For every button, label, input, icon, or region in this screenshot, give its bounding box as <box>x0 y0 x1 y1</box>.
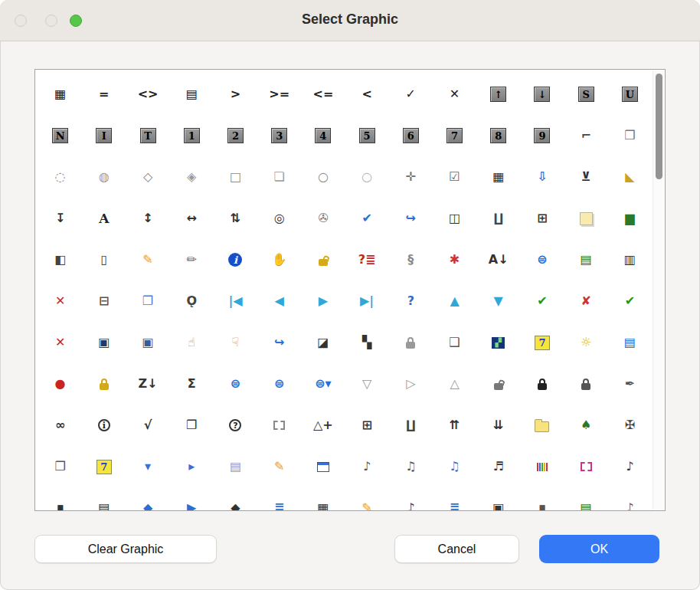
split-window-icon[interactable]: ◫ <box>433 198 476 239</box>
selection-box-icon[interactable] <box>257 405 301 446</box>
copy-pages-icon[interactable]: ❐ <box>126 280 169 322</box>
shaded-circle-icon[interactable]: ◍ <box>82 156 126 198</box>
database-icon[interactable]: ⊜ <box>520 239 564 280</box>
digit-4-button-icon[interactable]: 4 <box>301 115 345 156</box>
corner-bottom-right-icon[interactable]: ❒ <box>608 115 652 156</box>
padlock-dark-icon[interactable] <box>564 363 608 405</box>
vertical-arrows-icon[interactable]: ↕ <box>126 198 169 239</box>
document-lines-icon[interactable]: ▤ <box>170 74 214 115</box>
down-arrow-button-icon[interactable]: ↓ <box>520 74 564 115</box>
download-arrow-icon[interactable]: ⇩ <box>520 156 564 198</box>
info-icon[interactable]: i <box>214 239 257 280</box>
record-dot-icon[interactable]: ● <box>38 363 82 405</box>
notepad-green-icon[interactable]: ▤ <box>564 239 608 280</box>
apply-check-icon[interactable]: ✔ <box>520 280 564 322</box>
scrollbar-thumb[interactable] <box>656 74 662 179</box>
folder-icon[interactable] <box>520 405 564 446</box>
door-exit-icon[interactable]: ◧ <box>38 239 82 280</box>
digit-6-button-icon[interactable]: 6 <box>389 115 433 156</box>
pine-tree-icon[interactable]: ♠ <box>564 405 608 446</box>
i-button-icon[interactable]: I <box>82 115 126 156</box>
grid-table-icon[interactable]: ▦ <box>476 156 520 198</box>
partial-14-icon[interactable]: ♪ <box>608 487 652 510</box>
pen-nib-icon[interactable]: ✒ <box>608 363 652 405</box>
window-pair-icon[interactable]: ❐ <box>38 446 82 487</box>
pen-down-icon[interactable]: ↧ <box>38 198 82 239</box>
database-1-icon[interactable]: ⊜ <box>214 363 257 405</box>
music-edit-icon[interactable]: ♪ <box>345 446 389 487</box>
database-2-icon[interactable]: ⊜ <box>257 363 301 405</box>
less-or-equal-icon[interactable]: <= <box>301 74 345 115</box>
add-box-icon[interactable]: ⊞ <box>520 198 564 239</box>
sticky-note-icon[interactable] <box>564 198 608 239</box>
s-button-icon[interactable]: S <box>564 74 608 115</box>
equals-icon[interactable]: = <box>82 74 126 115</box>
database-dropdown-icon[interactable]: ⊜▾ <box>301 363 345 405</box>
circle-outline-icon[interactable]: ○ <box>301 156 345 198</box>
sort-az-icon[interactable]: A↓ <box>476 239 520 280</box>
partial-8-icon[interactable]: ✎ <box>345 487 389 510</box>
target-icon[interactable]: ◎ <box>257 198 301 239</box>
diamond-filled-icon[interactable]: ◈ <box>170 156 214 198</box>
pencil-icon[interactable]: ✎ <box>126 239 169 280</box>
underline-y-icon[interactable]: ⊻ <box>564 156 608 198</box>
checkmark-icon[interactable]: ✓ <box>389 74 433 115</box>
go-previous-icon[interactable]: ◀ <box>257 280 301 322</box>
seek-up-icon[interactable]: ⇈ <box>433 405 476 446</box>
triangle-plus-icon[interactable]: △+ <box>301 405 345 446</box>
help-list-icon[interactable]: ?≣ <box>345 239 389 280</box>
unlock-yellow-icon[interactable] <box>301 239 345 280</box>
chart-tile-icon[interactable]: ▞ <box>476 322 520 363</box>
padlock-light-icon[interactable] <box>389 322 433 363</box>
seven-calendar-icon[interactable]: 7 <box>520 322 564 363</box>
door-icon[interactable]: ▯ <box>82 239 126 280</box>
help-blue-icon[interactable]: ? <box>389 280 433 322</box>
color-bars-icon[interactable] <box>520 446 564 487</box>
digit-7-button-icon[interactable]: 7 <box>433 115 476 156</box>
document-edit-icon[interactable]: ▤ <box>214 446 257 487</box>
scroll-icon[interactable]: § <box>389 239 433 280</box>
lightbulb-icon[interactable]: ☼ <box>564 322 608 363</box>
seek-down-icon[interactable]: ⇊ <box>476 405 520 446</box>
cascade-windows-icon[interactable]: ❐ <box>170 405 214 446</box>
cancel-cross-icon[interactable]: ✘ <box>564 280 608 322</box>
less-than-icon[interactable]: < <box>345 74 389 115</box>
partial-7-icon[interactable]: ▦ <box>301 487 345 510</box>
angle-brackets-icon[interactable]: <> <box>126 74 169 115</box>
cancel-button[interactable]: Cancel <box>394 535 519 563</box>
green-book-icon[interactable]: ▆ <box>608 198 652 239</box>
go-next-icon[interactable]: ▶ <box>301 280 345 322</box>
document-find-icon[interactable]: ▥ <box>608 239 652 280</box>
magnifier-icon[interactable]: Ǫ <box>170 280 214 322</box>
seven-tile-icon[interactable]: 7 <box>82 446 126 487</box>
slide-up-icon[interactable]: ▲ <box>433 280 476 322</box>
partial-10-icon[interactable]: ≣ <box>433 487 476 510</box>
partial-3-icon[interactable]: ◆ <box>126 487 169 510</box>
frame-add-icon[interactable]: ⊞ <box>345 405 389 446</box>
trash-lines-icon[interactable]: ∐ <box>389 405 433 446</box>
save-as-icon[interactable]: ▣ <box>126 322 169 363</box>
digit-5-button-icon[interactable]: 5 <box>345 115 389 156</box>
running-person-icon[interactable]: ✱ <box>433 239 476 280</box>
help-ring-icon[interactable]: ? <box>214 405 257 446</box>
triangle-up-outline-icon[interactable]: △ <box>433 363 476 405</box>
ok-button[interactable]: OK <box>539 535 659 563</box>
t-button-icon[interactable]: T <box>126 115 169 156</box>
partial-1-icon[interactable]: ∎ <box>38 487 82 510</box>
play-small-icon[interactable]: ▸ <box>170 446 214 487</box>
diamond-outline-icon[interactable]: ◇ <box>126 156 169 198</box>
slide-down-icon[interactable]: ▼ <box>476 280 520 322</box>
triangle-right-outline-icon[interactable]: ▷ <box>389 363 433 405</box>
thumbs-down-icon[interactable]: ☟ <box>214 322 257 363</box>
redo-arrow-icon[interactable]: ↪ <box>389 198 433 239</box>
partial-5-icon[interactable]: ◆ <box>214 487 257 510</box>
go-last-icon[interactable]: ▶| <box>345 280 389 322</box>
partial-4-icon[interactable]: ▶ <box>170 487 214 510</box>
partial-13-icon[interactable]: ▤ <box>564 487 608 510</box>
trash-icon[interactable]: ∐ <box>476 198 520 239</box>
music-sheet-icon[interactable]: ♫ <box>389 446 433 487</box>
n-button-icon[interactable]: N <box>38 115 82 156</box>
list-blue-icon[interactable]: ▤ <box>608 322 652 363</box>
checkbox-checked-icon[interactable]: ☑ <box>433 156 476 198</box>
go-first-icon[interactable]: |◀ <box>214 280 257 322</box>
